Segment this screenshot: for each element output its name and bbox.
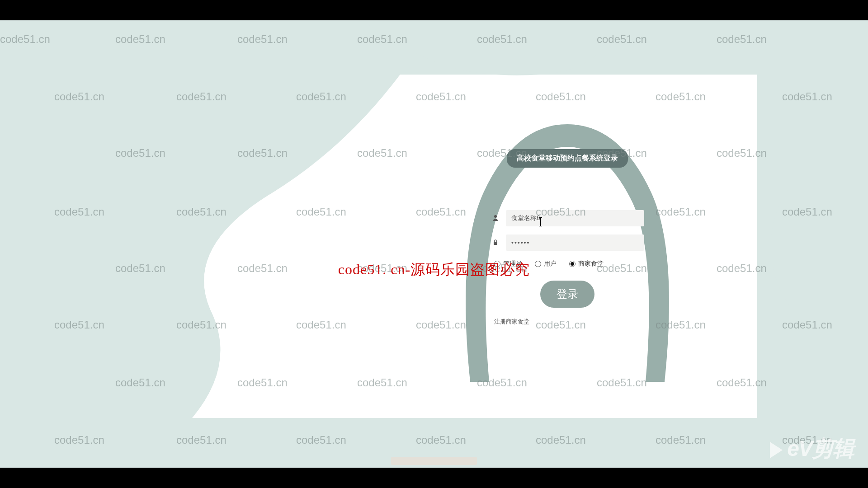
- decorative-circle-right: [757, 188, 868, 468]
- role-user[interactable]: 用户: [535, 260, 557, 268]
- svg-point-0: [771, 188, 868, 305]
- role-label: 用户: [544, 260, 557, 268]
- user-icon: [491, 215, 500, 222]
- svg-point-1: [494, 215, 497, 218]
- lock-icon: [491, 239, 500, 247]
- radio-icon: [535, 261, 541, 267]
- decorative-blob-top: [368, 25, 613, 84]
- username-input[interactable]: [506, 210, 644, 226]
- role-label: 管理员: [503, 260, 522, 268]
- decorative-blob-left: [111, 75, 400, 418]
- svg-rect-2: [494, 242, 497, 245]
- role-radio-group: 管理员 用户 商家食堂: [491, 260, 644, 268]
- username-field: [491, 210, 644, 226]
- ime-bar: [391, 457, 477, 465]
- password-input[interactable]: [506, 235, 644, 251]
- radio-icon: [569, 261, 576, 267]
- login-panel: 高校食堂移动预约点餐系统登录 管理员: [457, 115, 678, 382]
- password-field: [491, 235, 644, 251]
- login-title: 高校食堂移动预约点餐系统登录: [507, 149, 628, 168]
- role-admin[interactable]: 管理员: [494, 260, 522, 268]
- app-viewport: 高校食堂移动预约点餐系统登录 管理员: [0, 20, 868, 468]
- login-button[interactable]: 登录: [540, 281, 594, 308]
- register-merchant-link[interactable]: 注册商家食堂: [491, 318, 644, 326]
- role-label: 商家食堂: [578, 260, 604, 268]
- role-merchant[interactable]: 商家食堂: [569, 260, 604, 268]
- radio-icon: [494, 261, 500, 267]
- login-form: 管理员 用户 商家食堂 登录 注册商家食堂: [491, 210, 644, 326]
